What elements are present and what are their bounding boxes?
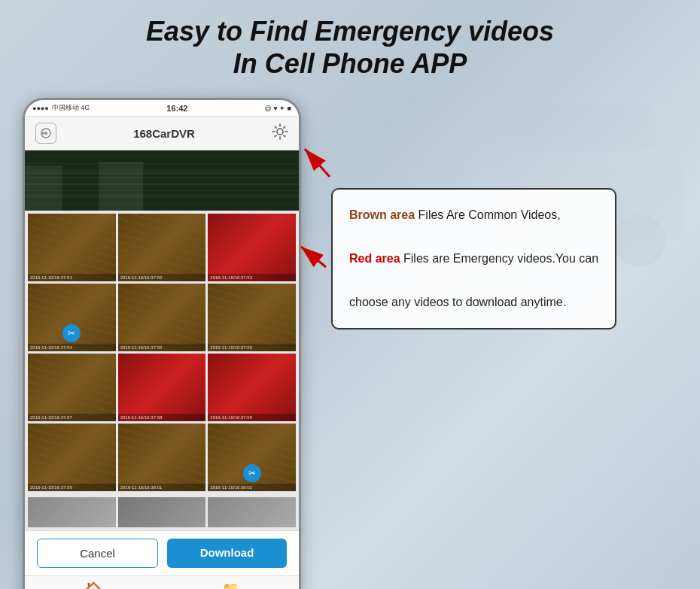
timestamp-1: 2016-11-10/16:37:51 (28, 274, 116, 281)
timestamp-3: 2016-11-10/16:37:53 (208, 274, 296, 281)
info-body-text: choose any videos to download anytime. (349, 292, 598, 314)
video-cell-12[interactable]: 2016-11-10/16:38:02 ✂ (208, 424, 296, 491)
timestamp-11: 2016-11-10/16:38:01 (118, 484, 206, 491)
brown-area-line: Brown area Files Are Common Videos, (349, 205, 598, 226)
title-section: Easy to Find Emergency videos In Cell Ph… (23, 15, 677, 80)
timestamp-6: 2016-11-10/16:37:56 (208, 344, 296, 351)
svg-point-11 (277, 129, 283, 135)
settings-icon[interactable] (272, 123, 288, 144)
phone-action-buttons: Cancel Download (25, 530, 299, 575)
info-box: Brown area Files Are Common Videos, Red … (331, 188, 616, 329)
video-cell-6[interactable]: 2016-11-10/16:37:56 (208, 284, 296, 351)
partial-cell-1 (28, 497, 116, 527)
status-icons: @ ♥ ✦ ■ (265, 105, 291, 112)
phone-mockup: ●●●● 中国移动 4G 16:42 @ ♥ ✦ ■ 168CarDVR (23, 98, 301, 589)
timestamp-10: 2016-11-10/16:37:59 (28, 484, 116, 491)
partial-row (25, 494, 299, 530)
scissors-badge-1: ✂ (62, 324, 81, 342)
timestamp-12: 2016-11-10/16:38:02 (208, 484, 296, 491)
title-line2: In Cell Phone APP (23, 47, 677, 80)
content-wrapper: Easy to Find Emergency videos In Cell Ph… (0, 0, 700, 589)
timestamp-7: 2016-11-10/16:37:57 (28, 414, 116, 421)
timestamp-5: 2016-11-10/16:37:55 (118, 344, 206, 351)
video-cell-4[interactable]: 2016-11-10/16:37:54 ✂ (28, 284, 116, 351)
phone-status-bar: ●●●● 中国移动 4G 16:42 @ ♥ ✦ ■ (25, 100, 299, 117)
video-cell-8[interactable]: 2016-11-10/16:37:58 (118, 354, 206, 421)
svg-line-22 (301, 247, 326, 267)
main-body: ●●●● 中国移动 4G 16:42 @ ♥ ✦ ■ 168CarDVR (23, 98, 677, 589)
timestamp-8: 2016-11-10/16:37:58 (118, 414, 206, 421)
video-cell-3[interactable]: 2016-11-10/16:37:53 (208, 214, 296, 281)
partial-cell-3 (208, 497, 296, 527)
video-grid: 2016-11-10/16:37:51 2016-11-10/16:37:52 … (25, 211, 299, 494)
video-cell-7[interactable]: 2016-11-10/16:37:57 (28, 354, 116, 421)
phone-app-header: 168CarDVR (25, 117, 299, 150)
scissors-badge-2: ✂ (243, 464, 261, 482)
status-bar-time: 16:42 (166, 104, 187, 113)
status-bar-right: @ ♥ ✦ ■ (265, 105, 291, 112)
red-area-line: Red area Files are Emergency videos.You … (349, 248, 598, 270)
phone-nav-bar: 🏠 Homepage 📁 Downloaded (25, 575, 299, 589)
main-title: Easy to Find Emergency videos In Cell Ph… (23, 15, 677, 80)
folder-icon: 📁 (222, 581, 239, 589)
home-icon: 🏠 (85, 581, 102, 589)
nav-downloaded[interactable]: 📁 Downloaded (162, 581, 299, 589)
title-line1: Easy to Find Emergency videos (23, 15, 677, 47)
video-cell-1[interactable]: 2016-11-10/16:37:51 (28, 214, 116, 281)
brown-label: Brown area (349, 208, 415, 221)
camera-preview (25, 150, 299, 211)
svg-line-21 (305, 149, 330, 177)
red-label: Red area (349, 252, 400, 265)
cancel-button[interactable]: Cancel (37, 539, 158, 568)
partial-cell-2 (118, 497, 206, 527)
video-cell-9[interactable]: 2016-11-10/16:37:59 (208, 354, 296, 421)
video-cell-2[interactable]: 2016-11-10/16:37:52 (118, 214, 206, 281)
red-text: Files are Emergency videos.You can (400, 252, 599, 265)
annotation-panel: Brown area Files Are Common Videos, Red … (316, 98, 677, 329)
signal-dots: ●●●● (32, 105, 49, 112)
timestamp-2: 2016-11-10/16:37:52 (118, 274, 206, 281)
brown-text: Files Are Common Videos, (415, 208, 561, 221)
download-button[interactable]: Download (167, 539, 287, 568)
timestamp-9: 2016-11-10/16:37:59 (208, 414, 296, 421)
svg-point-10 (42, 132, 44, 135)
video-cell-10[interactable]: 2016-11-10/16:37:59 (28, 424, 116, 491)
carrier-label: 中国移动 4G (52, 103, 90, 113)
camera-lines (25, 150, 299, 211)
timestamp-4: 2016-11-10/16:37:54 (28, 344, 116, 351)
app-title: 168CarDVR (133, 127, 195, 140)
video-cell-11[interactable]: 2016-11-10/16:38:01 (118, 424, 206, 491)
status-bar-left: ●●●● 中国移动 4G (32, 103, 90, 113)
svg-point-9 (44, 132, 47, 135)
back-button-icon[interactable] (35, 123, 56, 144)
nav-homepage[interactable]: 🏠 Homepage (25, 581, 162, 589)
video-cell-5[interactable]: 2016-11-10/16:37:55 (118, 284, 206, 351)
